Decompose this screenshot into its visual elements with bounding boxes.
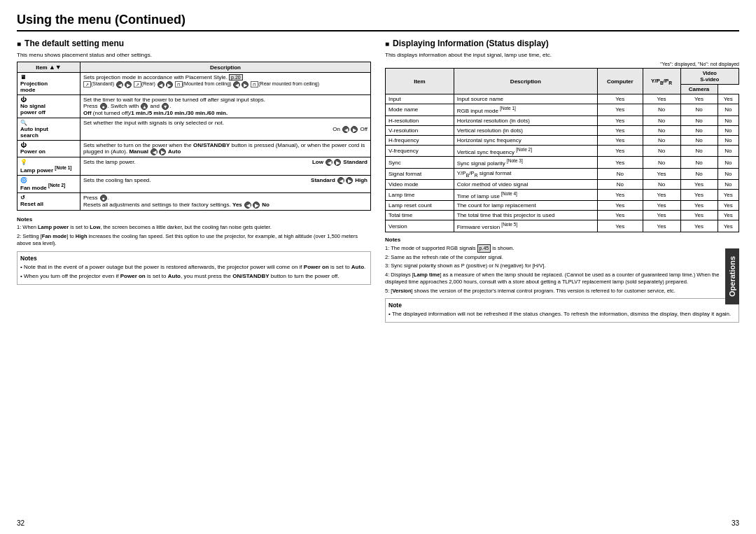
main-title: Using the menu (Continued) xyxy=(17,13,739,31)
status-row-total-time: Total time The total time that this proj… xyxy=(386,211,739,220)
page-number-right: 33 xyxy=(732,519,739,527)
col-item: Item ▲▼ xyxy=(18,62,80,73)
status-col-item: Item xyxy=(386,69,454,94)
status-col-ypbpr: Y/PB/PR xyxy=(643,69,680,94)
yes-no-label: "Yes": displayed, "No": not displayed xyxy=(385,62,739,66)
status-row-v-resolution: V-resolution Vertical resolution (in dot… xyxy=(386,125,739,135)
default-setting-subtitle: This menu shows placement status and oth… xyxy=(17,52,371,58)
status-row-lamp-reset-count: Lamp reset count The count for lamp repl… xyxy=(386,201,739,211)
status-display-section-title: Displaying Information (Status display) xyxy=(385,38,739,48)
status-row-lamp-time: Lamp time Time of lamp use [Note 4] YesY… xyxy=(386,189,739,201)
status-display-table: Item Description Computer Y/PB/PR VideoS… xyxy=(385,68,739,232)
default-notes-section: Notes 1: When Lamp power is set to Low, … xyxy=(17,216,371,248)
page-number-left: 32 xyxy=(17,519,24,527)
status-display-subtitle: This displays information about the inpu… xyxy=(385,52,739,58)
status-col-video: VideoS-video xyxy=(680,69,738,85)
status-row-mode-name: Mode name RGB input mode [Note 1] YesNoN… xyxy=(386,104,739,116)
default-setting-section-title: The default setting menu xyxy=(17,38,371,48)
left-note-box: Notes • Note that in the event of a powe… xyxy=(17,251,371,285)
row-projection-mode: 🖥 Projectionmode Sets projection mode in… xyxy=(18,73,371,95)
row-auto-input-search: 🔍 Auto inputsearch Set whether the input… xyxy=(18,118,371,141)
row-fan-mode: 🌀 Fan mode [Note 2] Sets the cooling fan… xyxy=(18,175,371,193)
default-setting-table: Item ▲▼ Description 🖥 Projectionmode Set… xyxy=(17,62,371,211)
row-lamp-power: 💡 Lamp power [Note 1] Sets the lamp powe… xyxy=(18,157,371,176)
status-row-h-frequency: H-frequency Horizontal sync frequency Ye… xyxy=(386,135,739,145)
row-no-signal-power-off: ⏻ No signalpower off Set the timer to wa… xyxy=(18,95,371,118)
status-col-description: Description xyxy=(454,69,597,94)
status-row-signal-format: Signal format Y/PB/PR signal format NoYe… xyxy=(386,168,739,179)
col-description: Description xyxy=(80,62,371,73)
row-power-on: ⏻ Power on Sets whether to turn on the p… xyxy=(18,141,371,157)
status-row-h-resolution: H-resolution Horizontal resolution (in d… xyxy=(386,115,739,125)
status-col-computer: Computer xyxy=(597,69,643,94)
status-row-video-mode: Video mode Color method of video signal … xyxy=(386,179,739,189)
status-note-box: Note • The displayed information will no… xyxy=(385,298,739,323)
row-reset-all: ↺ Reset all Press ●. Resets all adjustme… xyxy=(18,193,371,211)
status-col-camera: Camera xyxy=(680,85,718,94)
status-row-input: Input Input source name YesYesYesYes xyxy=(386,94,739,104)
status-notes-section: Notes 1: The mode of supported RGB signa… xyxy=(385,237,739,295)
status-row-version: Version Firmware version [Note 5] YesYes… xyxy=(386,220,739,232)
status-row-v-frequency: V-frequency Vertical sync frequency [Not… xyxy=(386,145,739,157)
operations-tab: Operations xyxy=(725,248,739,304)
status-row-sync: Sync Sync signal polarity [Note 3] YesNo… xyxy=(386,157,739,169)
